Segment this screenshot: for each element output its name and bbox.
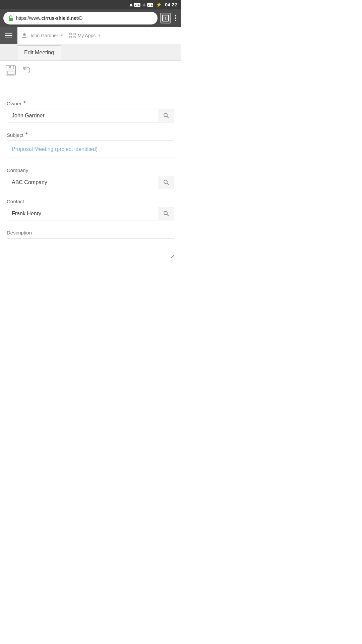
apps-icon — [69, 33, 76, 39]
url-bar: https://www.cirrus-shield.net/D 1 — [0, 9, 181, 27]
svg-point-12 — [164, 180, 167, 183]
url-text: https://www.cirrus-shield.net/D — [16, 15, 82, 21]
svg-rect-8 — [7, 71, 14, 74]
owner-label: Owner * — [7, 100, 174, 106]
apps-menu[interactable]: My Apps ▼ — [69, 33, 101, 39]
contact-search-button[interactable] — [158, 207, 174, 220]
company-group: Company — [7, 167, 174, 189]
status-bar: LTE LTE ⚡ 04:22 — [0, 0, 181, 9]
tab-count: 1 — [162, 15, 169, 21]
svg-rect-5 — [73, 36, 75, 38]
svg-line-15 — [167, 214, 169, 216]
svg-rect-4 — [69, 36, 72, 38]
sidebar-indicator — [0, 44, 17, 60]
url-domain: cirrus-shield.net — [41, 15, 78, 21]
signal-icon-2 — [142, 3, 146, 6]
signal-icon-1 — [129, 3, 133, 6]
battery-icon: ⚡ — [156, 2, 162, 7]
svg-rect-0 — [9, 18, 13, 21]
contact-label: Contact — [7, 199, 174, 204]
search-icon — [163, 179, 169, 185]
svg-rect-2 — [69, 33, 72, 35]
save-icon — [5, 65, 16, 76]
owner-field-container — [7, 109, 174, 122]
svg-point-1 — [23, 33, 26, 36]
owner-required: * — [23, 100, 25, 106]
form-area: Owner * Subject * Company — [0, 80, 181, 276]
subject-label: Subject * — [7, 132, 174, 138]
description-label: Description — [7, 230, 174, 235]
company-input[interactable] — [7, 176, 158, 189]
page-tab-label: Edit Meeting — [17, 45, 61, 60]
subject-group: Subject * — [7, 132, 174, 158]
contact-group: Contact — [7, 199, 174, 220]
clock: 04:22 — [165, 2, 177, 7]
hamburger-button[interactable] — [0, 27, 17, 44]
svg-point-10 — [164, 113, 167, 117]
description-group: Description — [7, 230, 174, 260]
apps-label: My Apps — [78, 33, 96, 38]
owner-input[interactable] — [7, 109, 158, 122]
svg-point-14 — [164, 211, 167, 215]
user-name: John Gardner — [29, 33, 58, 38]
undo-icon — [21, 65, 32, 76]
user-menu[interactable]: John Gardner ▼ — [21, 33, 64, 39]
owner-search-button[interactable] — [158, 109, 174, 122]
toolbar — [0, 61, 181, 80]
nav-bar: John Gardner ▼ My Apps ▼ — [0, 27, 181, 44]
contact-field-container — [7, 207, 174, 220]
company-label: Company — [7, 167, 174, 173]
company-search-button[interactable] — [158, 176, 174, 189]
apps-chevron: ▼ — [98, 34, 101, 37]
tab-count-button[interactable]: 1 — [160, 13, 171, 23]
page-tab: Edit Meeting — [0, 44, 181, 61]
description-input[interactable] — [7, 238, 174, 258]
signal-icons: LTE LTE — [129, 3, 154, 7]
svg-rect-3 — [73, 33, 75, 35]
lock-icon — [8, 15, 13, 21]
subject-input[interactable] — [7, 141, 174, 158]
page-tab-right — [61, 44, 181, 60]
user-chevron: ▼ — [60, 34, 64, 37]
company-field-container — [7, 176, 174, 189]
svg-rect-9 — [9, 66, 11, 68]
save-button[interactable] — [5, 65, 16, 76]
contact-input[interactable] — [7, 207, 158, 220]
undo-button[interactable] — [21, 65, 32, 76]
search-icon — [163, 211, 169, 217]
nav-items: John Gardner ▼ My Apps ▼ — [17, 33, 181, 39]
url-input[interactable]: https://www.cirrus-shield.net/D — [3, 12, 158, 24]
svg-line-13 — [167, 183, 169, 185]
user-icon — [21, 33, 27, 39]
subject-required: * — [25, 132, 27, 138]
owner-group: Owner * — [7, 100, 174, 122]
svg-line-11 — [167, 116, 169, 118]
more-menu-button[interactable] — [174, 14, 178, 22]
lte-badge: LTE — [134, 3, 140, 7]
lte-badge-2: LTE — [147, 3, 154, 7]
search-icon — [163, 113, 169, 119]
